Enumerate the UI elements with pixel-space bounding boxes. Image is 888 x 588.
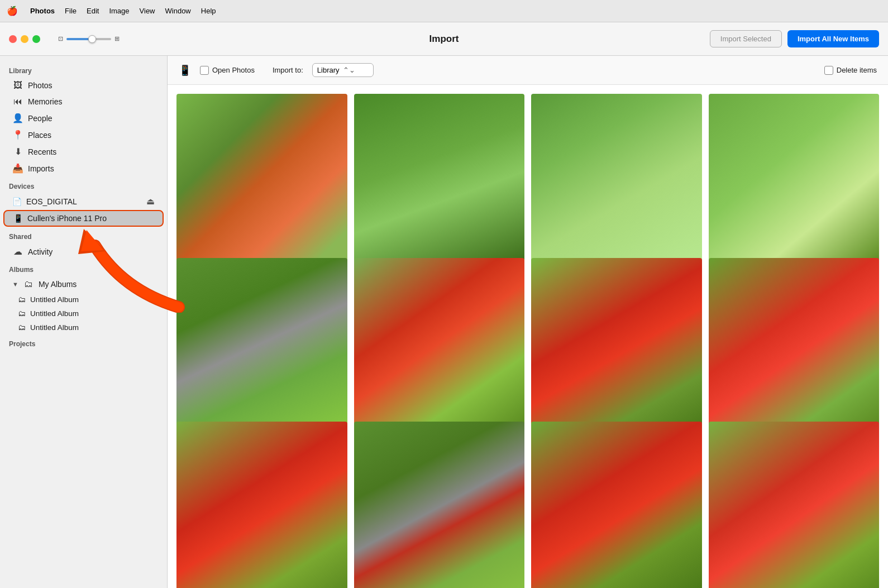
menu-photos[interactable]: Photos — [30, 7, 55, 15]
sidebar-item-iphone-label: Cullen's iPhone 11 Pro — [27, 214, 107, 223]
photo-item-8[interactable] — [709, 258, 880, 429]
sidebar-item-recents[interactable]: ⬇ Recents — [3, 144, 164, 160]
open-photos-checkbox[interactable] — [200, 66, 209, 75]
photo-grid — [168, 85, 888, 588]
device-small-icon: 📱 — [179, 64, 191, 77]
sidebar-item-iphone[interactable]: 📱 Cullen's iPhone 11 Pro — [3, 210, 164, 227]
albums-section-label: Albums — [0, 260, 167, 276]
import-selected-button[interactable]: Import Selected — [710, 30, 782, 47]
sidebar-item-eos-label: EOS_DIGITAL — [26, 197, 77, 206]
apple-logo-icon: 🍎 — [7, 6, 18, 16]
slider-thumb[interactable] — [88, 35, 96, 43]
album-item-2[interactable]: 🗂 Untitled Album — [0, 307, 167, 321]
sidebar-item-memories-label: Memories — [28, 97, 62, 106]
album-item-3[interactable]: 🗂 Untitled Album — [0, 321, 167, 334]
menu-window[interactable]: Window — [165, 7, 191, 15]
thumbnail-size-slider[interactable]: ⊡ ⊞ — [58, 35, 120, 42]
sidebar: Library 🖼 Photos ⏮ Memories 👤 People 📍 P… — [0, 56, 168, 588]
slider-track[interactable] — [66, 38, 111, 40]
activity-icon: ☁ — [12, 246, 23, 257]
thumbnail-large-icon: ⊞ — [114, 35, 120, 42]
toolbar-right: Import Selected Import All New Items — [710, 30, 879, 47]
photo-item-9[interactable] — [176, 422, 347, 588]
photo-item-1[interactable] — [176, 94, 347, 265]
photo-item-4[interactable] — [709, 94, 880, 265]
sidebar-item-imports-label: Imports — [28, 164, 54, 173]
sidebar-item-photos[interactable]: 🖼 Photos — [3, 78, 164, 93]
photo-item-11[interactable] — [531, 422, 702, 588]
eos-digital-icon: 📄 — [12, 197, 22, 206]
import-to-select[interactable]: Library ⌃⌄ — [312, 63, 374, 77]
expand-arrow-icon: ▼ — [12, 281, 18, 288]
projects-section-label: Projects — [0, 334, 167, 350]
sidebar-item-imports[interactable]: 📥 Imports — [3, 160, 164, 176]
main-layout: Library 🖼 Photos ⏮ Memories 👤 People 📍 P… — [0, 56, 888, 588]
delete-items-checkbox[interactable] — [824, 66, 833, 75]
sidebar-item-places-label: Places — [28, 131, 51, 140]
people-icon: 👤 — [12, 113, 23, 123]
import-to-label: Import to: — [273, 66, 303, 74]
album-item-1[interactable]: 🗂 Untitled Album — [0, 293, 167, 307]
import-to-value: Library — [317, 66, 340, 74]
sidebar-item-memories[interactable]: ⏮ Memories — [3, 94, 164, 109]
content-area: 📱 Open Photos Import to: Library ⌃⌄ Dele… — [168, 56, 888, 588]
album-folder-icon-2: 🗂 — [18, 309, 26, 318]
sidebar-item-places[interactable]: 📍 Places — [3, 127, 164, 143]
content-toolbar: 📱 Open Photos Import to: Library ⌃⌄ Dele… — [168, 56, 888, 85]
sidebar-item-activity[interactable]: ☁ Activity — [3, 243, 164, 260]
sidebar-item-photos-label: Photos — [28, 81, 52, 90]
select-arrows-icon: ⌃⌄ — [343, 66, 355, 74]
open-photos-row: Open Photos — [200, 66, 255, 75]
sidebar-item-people[interactable]: 👤 People — [3, 110, 164, 126]
photo-item-12[interactable] — [709, 422, 880, 588]
library-section-label: Library — [0, 61, 167, 77]
places-icon: 📍 — [12, 130, 23, 140]
toolbar-left: ⊡ ⊞ — [9, 35, 120, 43]
menu-help[interactable]: Help — [201, 7, 216, 15]
sidebar-item-people-label: People — [28, 114, 52, 123]
photo-item-5[interactable] — [176, 258, 347, 429]
photo-item-3[interactable] — [531, 94, 702, 265]
toolbar-title: Import — [429, 34, 459, 45]
devices-section-label: Devices — [0, 177, 167, 193]
eject-icon[interactable]: ⏏ — [146, 196, 155, 207]
menu-image[interactable]: Image — [109, 7, 129, 15]
close-button[interactable] — [9, 35, 17, 43]
photo-item-10[interactable] — [354, 422, 525, 588]
delete-items-text: Delete items — [837, 66, 877, 74]
delete-items-row: Delete items — [824, 66, 877, 75]
memories-icon: ⏮ — [12, 97, 23, 107]
my-albums-icon: 🗂 — [23, 279, 34, 289]
maximize-button[interactable] — [32, 35, 40, 43]
album-item-3-label: Untitled Album — [30, 323, 79, 332]
menu-view[interactable]: View — [140, 7, 155, 15]
import-all-button[interactable]: Import All New Items — [787, 30, 879, 47]
sidebar-item-my-albums[interactable]: ▼ 🗂 My Albums — [3, 276, 164, 292]
album-item-1-label: Untitled Album — [30, 295, 79, 304]
recents-icon: ⬇ — [12, 146, 23, 157]
sidebar-item-activity-label: Activity — [28, 247, 52, 256]
thumbnail-small-icon: ⊡ — [58, 35, 63, 42]
open-photos-text: Open Photos — [212, 66, 255, 74]
imports-icon: 📥 — [12, 163, 23, 174]
sidebar-item-recents-label: Recents — [28, 147, 56, 156]
menu-edit[interactable]: Edit — [87, 7, 99, 15]
sidebar-item-my-albums-label: My Albums — [39, 280, 77, 289]
photo-item-6[interactable] — [354, 258, 525, 429]
menu-file[interactable]: File — [65, 7, 77, 15]
album-item-2-label: Untitled Album — [30, 309, 79, 318]
album-folder-icon-3: 🗂 — [18, 323, 26, 332]
photo-item-7[interactable] — [531, 258, 702, 429]
menu-bar: 🍎 Photos File Edit Image View Window Hel… — [0, 0, 888, 22]
minimize-button[interactable] — [21, 35, 28, 43]
toolbar: ⊡ ⊞ Import Import Selected Import All Ne… — [0, 22, 888, 56]
shared-section-label: Shared — [0, 227, 167, 243]
photo-item-2[interactable] — [354, 94, 525, 265]
traffic-lights — [9, 35, 40, 43]
iphone-icon: 📱 — [13, 214, 23, 223]
sidebar-item-eos-digital[interactable]: 📄 EOS_DIGITAL ⏏ — [3, 193, 164, 209]
album-folder-icon-1: 🗂 — [18, 295, 26, 304]
photos-icon: 🖼 — [12, 80, 23, 90]
